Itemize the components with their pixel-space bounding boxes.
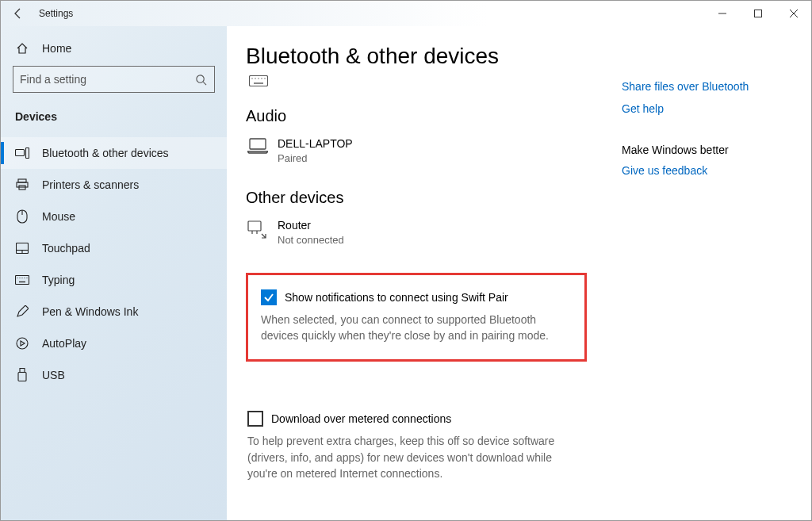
autoplay-icon xyxy=(15,337,29,350)
svg-rect-12 xyxy=(16,276,29,285)
sidebar-item-label: Typing xyxy=(42,274,75,286)
sidebar-item-touchpad[interactable]: Touchpad xyxy=(1,232,227,264)
swift-pair-checkbox-row[interactable]: Show notifications to connect using Swif… xyxy=(261,289,572,305)
device-status: Paired xyxy=(278,151,353,166)
keyboard-icon xyxy=(15,275,29,285)
sidebar-item-bluetooth[interactable]: Bluetooth & other devices xyxy=(1,137,227,169)
minimize-button[interactable] xyxy=(704,1,740,26)
usb-icon xyxy=(15,368,29,382)
svg-rect-29 xyxy=(250,139,266,149)
sidebar-item-printers[interactable]: Printers & scanners xyxy=(1,169,227,201)
sidebar-item-label: Pen & Windows Ink xyxy=(42,305,138,318)
svg-point-27 xyxy=(261,78,262,79)
titlebar: Settings xyxy=(1,1,811,26)
page-title: Bluetooth & other devices xyxy=(246,44,787,69)
metered-description: To help prevent extra charges, keep this… xyxy=(247,433,565,481)
devices-icon xyxy=(15,147,29,159)
search-box[interactable] xyxy=(13,66,215,93)
close-button[interactable] xyxy=(776,1,811,26)
link-share-files[interactable]: Share files over Bluetooth xyxy=(622,80,787,93)
sidebar-item-label: Printers & scanners xyxy=(42,178,139,191)
svg-point-19 xyxy=(17,338,28,349)
search-icon xyxy=(187,74,214,86)
svg-point-28 xyxy=(264,78,265,79)
metered-checkbox[interactable] xyxy=(247,411,263,427)
pen-icon xyxy=(15,305,29,318)
search-input[interactable] xyxy=(13,73,187,86)
svg-point-14 xyxy=(17,278,17,278)
swift-pair-description: When selected, you can connect to suppor… xyxy=(261,312,572,344)
svg-rect-0 xyxy=(754,10,761,17)
metered-checkbox-row[interactable]: Download over metered connections xyxy=(247,411,587,427)
svg-point-18 xyxy=(26,278,27,278)
right-column: Share files over Bluetooth Get help Make… xyxy=(622,72,787,481)
svg-point-1 xyxy=(196,75,203,82)
window-title: Settings xyxy=(39,8,73,19)
home-icon xyxy=(15,42,29,55)
link-give-feedback[interactable]: Give us feedback xyxy=(622,164,787,177)
laptop-icon xyxy=(247,136,266,156)
sidebar-nav: Bluetooth & other devices Printers & sca… xyxy=(1,131,227,391)
sidebar-item-usb[interactable]: USB xyxy=(1,359,227,391)
main-content: Bluetooth & other devices Audio DELL-LAP… xyxy=(227,26,811,520)
device-row-other[interactable]: Router Not connected xyxy=(246,215,587,250)
sidebar-item-label: Bluetooth & other devices xyxy=(42,147,169,159)
sidebar-category: Devices xyxy=(1,104,227,131)
svg-point-26 xyxy=(258,78,259,79)
sidebar-item-home[interactable]: Home xyxy=(1,37,227,66)
svg-rect-4 xyxy=(18,179,26,182)
feedback-heading: Make Windows better xyxy=(622,144,787,156)
svg-rect-3 xyxy=(26,148,29,159)
svg-rect-20 xyxy=(20,369,25,373)
svg-rect-22 xyxy=(250,76,268,86)
sidebar-item-label: Home xyxy=(42,42,71,55)
section-heading-other: Other devices xyxy=(246,189,587,207)
keyboard-small-icon xyxy=(249,75,587,86)
device-name: Router xyxy=(278,218,344,233)
sidebar-item-label: Touchpad xyxy=(42,242,90,255)
device-status: Not connected xyxy=(278,233,344,247)
swift-pair-label: Show notifications to connect using Swif… xyxy=(285,291,508,304)
svg-rect-5 xyxy=(17,182,28,187)
printer-icon xyxy=(15,178,29,191)
svg-point-16 xyxy=(21,278,22,278)
settings-window: Settings Home xyxy=(0,0,812,521)
swift-pair-highlight: Show notifications to connect using Swif… xyxy=(246,273,587,362)
sidebar-item-typing[interactable]: Typing xyxy=(1,264,227,296)
window-controls xyxy=(704,1,811,26)
svg-point-17 xyxy=(24,278,25,278)
sidebar-item-label: Mouse xyxy=(42,210,75,223)
device-row-audio[interactable]: DELL-LAPTOP Paired xyxy=(246,133,587,168)
svg-rect-30 xyxy=(248,221,261,231)
touchpad-icon xyxy=(15,243,29,254)
svg-point-25 xyxy=(255,78,255,79)
mouse-icon xyxy=(15,209,29,224)
sidebar-item-label: USB xyxy=(42,369,65,381)
svg-point-15 xyxy=(19,278,20,278)
sidebar-item-label: AutoPlay xyxy=(42,337,86,350)
svg-point-24 xyxy=(251,78,252,79)
back-icon[interactable] xyxy=(12,7,25,20)
link-get-help[interactable]: Get help xyxy=(622,102,787,115)
swift-pair-checkbox[interactable] xyxy=(261,289,277,305)
section-heading-audio: Audio xyxy=(246,107,587,125)
maximize-button[interactable] xyxy=(740,1,776,26)
device-name: DELL-LAPTOP xyxy=(278,136,353,151)
sidebar-item-autoplay[interactable]: AutoPlay xyxy=(1,328,227,359)
svg-rect-2 xyxy=(16,150,25,156)
router-icon xyxy=(247,218,266,241)
sidebar-item-mouse[interactable]: Mouse xyxy=(1,201,227,232)
sidebar: Home Devices Bluetooth & other devices xyxy=(1,26,227,520)
sidebar-item-pen[interactable]: Pen & Windows Ink xyxy=(1,296,227,328)
svg-rect-21 xyxy=(18,373,26,381)
metered-label: Download over metered connections xyxy=(271,412,451,425)
